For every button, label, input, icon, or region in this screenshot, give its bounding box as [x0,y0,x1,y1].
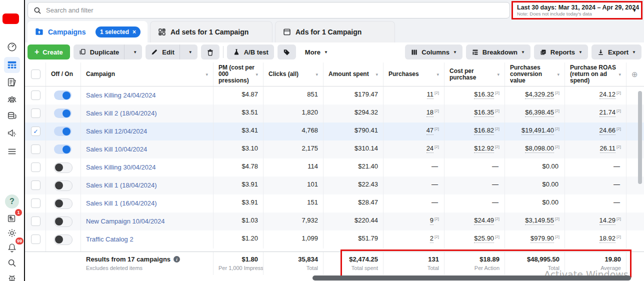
billing-icon[interactable] [4,108,20,124]
cpp-value[interactable]: $16.82 [474,126,494,135]
tab-campaigns[interactable]: Campaigns 1 selected × [28,21,148,42]
campaign-toggle[interactable] [54,216,72,227]
campaign-link[interactable]: Traffic Catalog 2 [86,236,134,243]
roas-value[interactable]: 24.66 [600,126,616,135]
more-button[interactable]: More ▼ [300,44,334,60]
sort-icon[interactable]: ▾ [376,72,378,77]
table-row[interactable]: Sales Killing 30/04/2024 $4.78 114 $21.4… [25,158,644,176]
campaigns-nav-icon[interactable] [4,57,20,73]
roas-value[interactable]: 26.11 [600,144,616,153]
sort-icon[interactable]: ▾ [436,72,439,77]
horizontal-scrollbar[interactable] [312,276,631,280]
tab-ads[interactable]: Ads for 1 Campaign [275,21,395,42]
edit-button[interactable]: Edit [146,44,180,60]
vertical-scrollbar[interactable] [638,91,642,184]
dashboard-icon[interactable] [4,39,20,55]
cpp-value[interactable]: $16.32 [474,90,494,99]
header-purchases[interactable]: Purchases▾ [384,62,444,86]
campaign-link[interactable]: Sales Kill 10/04/2024 [86,146,147,153]
select-all-checkbox[interactable] [31,70,40,79]
sort-icon[interactable]: ▾ [316,72,318,77]
pcv-value[interactable]: $19,491.40 [522,126,554,135]
export-button[interactable]: Export ▼ [592,44,642,60]
row-checkbox[interactable] [31,144,40,154]
bug-report-icon[interactable] [4,270,20,281]
pcv-value[interactable]: $979.90 [530,234,554,243]
table-row[interactable]: Sales Kill 1 (16/04/2024) $3.91 151 $28.… [25,194,644,212]
breakdown-button[interactable]: Breakdown ▼ [466,44,530,60]
row-checkbox[interactable] [31,216,40,226]
columns-button[interactable]: Columns ▼ [405,44,462,60]
header-clicks[interactable]: Clicks (all)▾ [264,62,324,86]
edit-dropdown[interactable]: ▼ [184,44,198,60]
duplicate-button[interactable]: Duplicate [74,44,125,60]
campaign-link[interactable]: Sales Kill 1 (18/04/2024) [86,182,157,189]
campaign-toggle[interactable] [54,126,72,136]
campaign-toggle[interactable] [54,180,72,191]
table-row[interactable]: New Campaign 10/04/2024 $1.03 7,932 $220… [25,212,644,230]
pcv-value[interactable]: $6,398.45 [525,108,554,117]
cpp-value[interactable]: $12.92 [474,144,494,153]
row-checkbox[interactable] [31,234,40,244]
header-amount-spent[interactable]: Amount spent▾ [324,62,384,86]
roas-value[interactable]: 21.74 [600,108,616,117]
row-checkbox[interactable] [31,108,40,118]
roas-value[interactable]: 24.12 [600,90,616,99]
cpp-value[interactable]: $25.90 [474,234,494,243]
table-row[interactable]: Sales Kill 10/04/2024 $3.10 2,175 $310.1… [25,140,644,158]
ab-test-button[interactable]: A/B test [227,44,274,60]
sort-icon[interactable]: ▾ [497,72,500,77]
campaign-toggle[interactable] [54,90,72,100]
add-column-cell[interactable]: ⊕ [626,62,642,86]
campaign-link[interactable]: Sales Killing 30/04/2024 [86,164,156,171]
pages-icon[interactable] [4,74,20,90]
purchases-value[interactable]: 11 [427,90,434,99]
header-cost-per-purchase[interactable]: Cost per purchase▾ [444,62,505,86]
ads-megaphone-icon[interactable] [4,125,20,141]
whats-new-icon[interactable]: 1 [4,210,20,226]
header-campaign[interactable]: Campaign▾ [81,62,214,86]
purchases-value[interactable]: 47 [426,126,434,135]
pcv-value[interactable]: $8,098.00 [525,144,554,153]
all-tools-menu-icon[interactable] [4,144,20,160]
reports-button[interactable]: Reports ▼ [534,44,588,60]
sort-icon[interactable]: ▾ [557,72,560,77]
campaign-toggle[interactable] [54,234,72,245]
table-row[interactable]: Sales Kill 1 (18/04/2024) $3.91 101 $22.… [25,176,644,194]
campaign-link[interactable]: New Campaign 10/04/2024 [86,218,165,225]
cpp-value[interactable]: $24.49 [474,216,494,225]
row-checkbox[interactable] [31,198,40,208]
create-button[interactable]: + Create [28,44,70,60]
campaign-toggle[interactable] [54,162,72,173]
table-row[interactable]: Sales Killing 24/04/2024 $4.87 851 $179.… [25,86,644,104]
selected-count-pill[interactable]: 1 selected × [96,26,140,38]
campaign-toggle[interactable] [54,108,72,118]
campaign-link[interactable]: Sales Kill 2 (18/04/2024) [86,110,157,117]
row-checkbox[interactable] [31,162,40,172]
table-row[interactable]: Traffic Catalog 2 $1.20 1,099 $51.79 2[2… [25,230,644,248]
roas-value[interactable]: 14.29 [600,216,616,225]
purchases-value[interactable]: 9 [430,216,434,225]
close-icon[interactable]: × [132,28,136,36]
roas-value[interactable]: 18.92 [600,234,616,243]
search-input[interactable]: Search and filter [28,2,510,18]
header-purchase-roas[interactable]: Purchase ROAS (return on ad spend)▾ [565,62,626,86]
campaign-toggle[interactable] [54,198,72,209]
tag-button[interactable] [278,44,296,60]
purchases-value[interactable]: 18 [426,108,434,117]
tab-adsets[interactable]: Ad sets for 1 Campaign [150,21,272,42]
pcv-value[interactable]: $3,149.55 [525,216,554,225]
campaign-link[interactable]: Sales Kill 12/04/2024 [86,128,147,135]
campaign-toggle[interactable] [54,144,72,154]
sort-icon[interactable]: ▾ [618,72,621,77]
campaign-link[interactable]: Sales Killing 24/04/2024 [86,92,156,99]
purchases-value[interactable]: 2 [430,234,434,243]
row-checkbox[interactable] [31,90,40,100]
sort-icon[interactable]: ▾ [256,72,258,77]
sidebar-search-icon[interactable] [4,255,20,271]
duplicate-dropdown[interactable]: ▼ [128,44,142,60]
pcv-value[interactable]: $4,329.25 [525,90,554,99]
table-row[interactable]: Sales Kill 2 (18/04/2024) $3.51 1,820 $2… [25,104,644,122]
audiences-icon[interactable] [4,92,20,108]
header-cpm[interactable]: PM (cost per 000 pressions)▾ [214,62,264,86]
